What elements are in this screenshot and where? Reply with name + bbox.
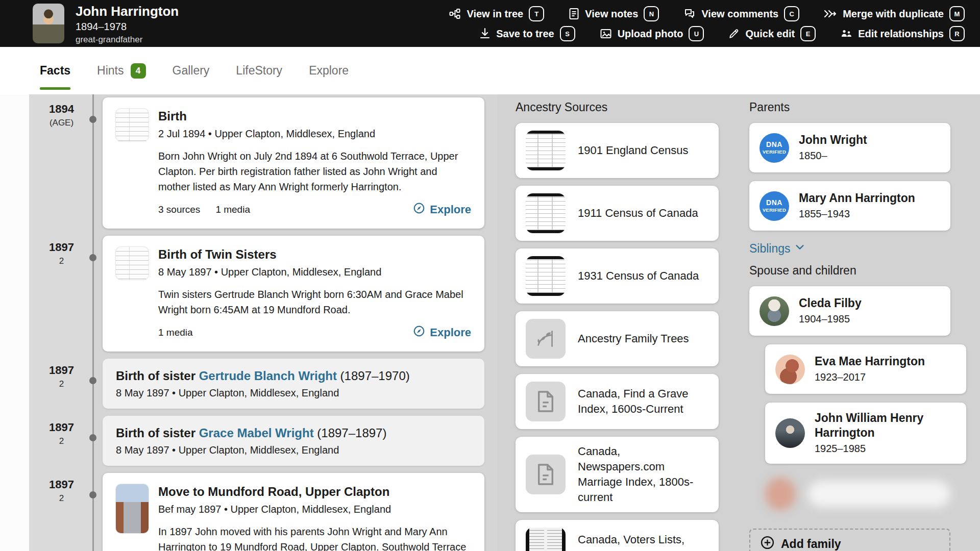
birth-record-thumbnail[interactable]: [116, 109, 149, 141]
spouse-children-heading: Spouse and children: [749, 264, 950, 278]
fact-description: Born John Wright on July 2nd 1894 at 6 S…: [158, 148, 471, 194]
timeline-year: 1897: [29, 478, 94, 491]
voters-list-thumbnail: [526, 528, 566, 551]
source-card-1911-census-canada[interactable]: 1911 Census of Canada: [516, 186, 719, 241]
tree-icon: [449, 8, 461, 20]
save-to-tree-icon: [479, 28, 491, 40]
dna-verified-badge: DNA VERIFIED: [760, 191, 789, 221]
view-notes-button[interactable]: View notes N: [569, 6, 659, 21]
ancestry-sources-panel: Ancestry Sources 1901 England Census 191…: [516, 94, 719, 551]
shortcut-key-badge: E: [800, 26, 816, 41]
fact-date-place: 8 May 1897 • Upper Clapton, Middlesex, E…: [158, 265, 471, 279]
person-name: John William Henry Harrington: [815, 411, 956, 440]
dna-verified-badge: DNA VERIFIED: [760, 133, 789, 163]
profile-photo[interactable]: [33, 4, 64, 43]
fact-card-twin-sisters[interactable]: Birth of Twin Sisters 8 May 1897 • Upper…: [103, 236, 484, 352]
upload-photo-button[interactable]: Upload photo U: [600, 26, 704, 41]
street-photo-thumbnail[interactable]: [116, 484, 149, 533]
timeline-event-sister-gertrude: 1897 2 Birth of sister Gertrude Blanch W…: [29, 359, 498, 409]
person-name: Cleda Filby: [799, 296, 862, 311]
family-event-card[interactable]: Birth of sister Grace Mabel Wright (1897…: [103, 416, 484, 466]
timeline-year: 1897: [29, 241, 94, 254]
add-family-button[interactable]: Add family: [749, 529, 950, 551]
sources-count[interactable]: 3 sources: [158, 204, 200, 215]
comments-icon: [683, 8, 696, 20]
tab-gallery[interactable]: Gallery: [173, 47, 210, 94]
profile-tabbar: Facts Hints 4 Gallery LifeStory Explore: [0, 47, 980, 94]
parents-heading: Parents: [749, 101, 950, 114]
source-card-1931-census-canada[interactable]: 1931 Census of Canada: [516, 248, 719, 304]
private-person-row[interactable]: [765, 472, 950, 515]
tab-lifestory[interactable]: LifeStory: [236, 47, 282, 94]
view-in-tree-button[interactable]: View in tree T: [449, 6, 544, 21]
compass-icon: [413, 202, 425, 217]
save-to-tree-button[interactable]: Save to tree S: [479, 26, 575, 41]
source-card-voters-lists[interactable]: Canada, Voters Lists, 1935-1980: [516, 520, 719, 551]
quick-edit-button[interactable]: Quick edit E: [728, 26, 816, 41]
view-comments-button[interactable]: View comments C: [683, 6, 799, 21]
media-count[interactable]: 1 media: [215, 204, 250, 215]
timeline-age: (AGE): [29, 118, 94, 128]
explore-link[interactable]: Explore: [413, 325, 471, 340]
person-link[interactable]: Grace Mabel Wright: [199, 426, 314, 440]
timeline-dot: [89, 377, 96, 384]
upload-photo-icon: [600, 28, 612, 40]
pencil-icon: [728, 28, 740, 39]
shortcut-key-badge: R: [949, 26, 965, 41]
person-summary: John Harrington 1894–1978 great-grandfat…: [33, 4, 179, 45]
merge-with-duplicate-button[interactable]: Merge with duplicate M: [824, 6, 965, 21]
timeline-dot: [89, 491, 96, 498]
source-card-newspapers-marriage-index[interactable]: Canada, Newspapers.com Marriage Index, 1…: [516, 437, 719, 512]
ancestry-leaf-icon: [526, 319, 566, 359]
person-lifespan: 1925–1985: [815, 442, 956, 456]
person-name: Mary Ann Harrington: [799, 191, 915, 206]
person-lifespan: 1855–1943: [799, 207, 915, 221]
timeline-year: 1894: [29, 103, 94, 116]
chevron-down-icon: [794, 241, 805, 256]
fact-description: Twin sisters Gertrude Blanch Wright born…: [158, 287, 471, 317]
person-link[interactable]: Gertrude Blanch Wright: [199, 369, 337, 383]
child-card-eva-mae[interactable]: Eva Mae Harrington 1923–2017: [765, 344, 966, 394]
fact-card-move[interactable]: Move to Mundford Road, Upper Clapton Bef…: [103, 473, 484, 551]
census-record-thumbnail: [526, 193, 566, 233]
fact-title: Birth: [158, 109, 471, 124]
timeline-age: 2: [29, 256, 94, 266]
active-tab-underline: [40, 87, 70, 90]
timeline-event-move: 1897 2 Move to Mundford Road, Upper Clap…: [29, 473, 498, 551]
timeline-year: 1897: [29, 421, 94, 434]
timeline-dot: [89, 116, 96, 123]
twin-birth-record-thumbnail[interactable]: [116, 247, 149, 280]
tab-facts[interactable]: Facts: [40, 47, 70, 94]
fact-card-birth[interactable]: Birth 2 Jul 1894 • Upper Clapton, Middle…: [103, 97, 484, 229]
fact-date-place: Bef may 1897 • Upper Clapton, Middlesex,…: [158, 502, 471, 516]
media-count[interactable]: 1 media: [158, 327, 193, 338]
child-card-john-william-henry[interactable]: John William Henry Harrington 1925–1985: [765, 403, 966, 464]
spouse-card-cleda-filby[interactable]: Cleda Filby 1904–1985: [749, 286, 950, 336]
left-margin: [0, 94, 29, 551]
timeline-event-sister-grace: 1897 2 Birth of sister Grace Mabel Wrigh…: [29, 416, 498, 466]
parent-card-mary-ann-harrington[interactable]: DNA VERIFIED Mary Ann Harrington 1855–19…: [749, 181, 950, 231]
timeline-age: 2: [29, 493, 94, 504]
fact-date-place: 8 May 1897 • Upper Clapton, Middlesex, E…: [116, 444, 471, 456]
merge-icon: [824, 8, 837, 20]
source-card-1901-england-census[interactable]: 1901 England Census: [516, 123, 719, 178]
fact-date-place: 2 Jul 1894 • Upper Clapton, Middlesex, E…: [158, 127, 471, 141]
timeline-dot: [89, 254, 96, 261]
source-card-find-a-grave[interactable]: Canada, Find a Grave Index, 1600s-Curren…: [516, 374, 719, 429]
source-card-family-trees[interactable]: Ancestry Family Trees: [516, 311, 719, 366]
person-name: Eva Mae Harrington: [815, 354, 925, 369]
explore-link[interactable]: Explore: [413, 202, 471, 217]
document-icon: [526, 455, 566, 494]
tab-hints[interactable]: Hints 4: [97, 47, 145, 94]
parent-card-john-wright[interactable]: DNA VERIFIED John Wright 1850–: [749, 123, 950, 172]
main-content: 1894 (AGE) Birth 2 Jul 1894 • Upper Clap…: [0, 94, 980, 551]
plus-circle-icon: [761, 536, 774, 551]
fact-title: Move to Mundford Road, Upper Clapton: [158, 484, 471, 499]
shortcut-key-badge: N: [644, 6, 659, 21]
tab-explore[interactable]: Explore: [309, 47, 349, 94]
shortcut-key-badge: C: [784, 6, 799, 21]
family-event-card[interactable]: Birth of sister Gertrude Blanch Wright (…: [103, 359, 484, 409]
child-avatar: [775, 418, 805, 448]
edit-relationships-button[interactable]: Edit relationships R: [840, 26, 965, 41]
siblings-toggle[interactable]: Siblings: [749, 241, 950, 256]
